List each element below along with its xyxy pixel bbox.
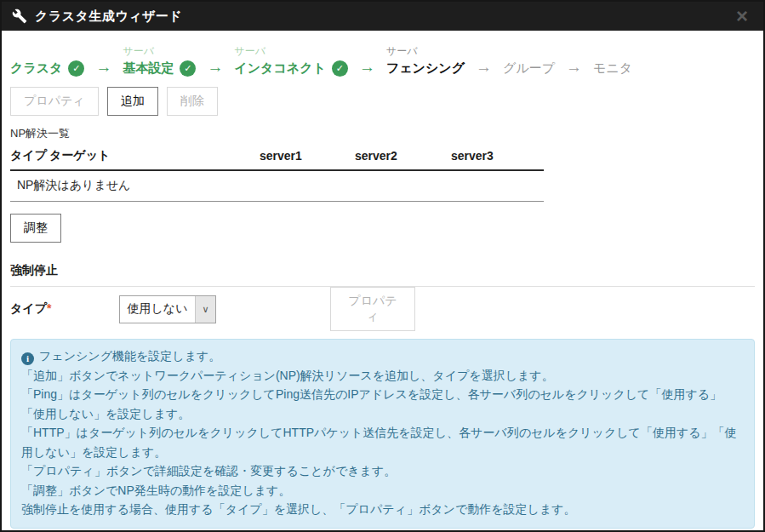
forced-stop-heading: 強制停止 xyxy=(10,263,755,287)
step-sublabel xyxy=(10,44,84,59)
step-basic-settings[interactable]: サーバ 基本設定✓ xyxy=(123,44,196,77)
remove-button[interactable]: 削除 xyxy=(167,87,218,116)
step-label: クラスタ xyxy=(10,60,62,77)
forced-stop-type-select[interactable]: 使用しない ∨ xyxy=(119,295,216,323)
step-fencing: サーバ フェンシング xyxy=(386,44,465,77)
np-table: タイプ ターゲット server1 server2 server3 NP解決はあ… xyxy=(10,144,544,202)
forced-stop-property-button[interactable]: プロパティ xyxy=(330,287,415,331)
step-sublabel xyxy=(593,44,632,59)
arrow-right-icon: → xyxy=(359,58,375,77)
step-monitor: モニタ xyxy=(593,44,632,77)
wrench-icon xyxy=(12,9,27,24)
step-label: グループ xyxy=(503,60,555,77)
arrow-right-icon: → xyxy=(95,58,111,77)
step-sublabel: サーバ xyxy=(123,44,196,59)
column-server2: server2 xyxy=(355,144,451,170)
forced-stop-type-row: タイプ* 使用しない ∨ プロパティ xyxy=(10,292,755,326)
select-value: 使用しない xyxy=(120,296,195,323)
step-label: 基本設定 xyxy=(123,60,174,77)
info-line: 強制停止を使用する場合、使用する「タイプ」を選択し、「プロパティ」ボタンで動作を… xyxy=(21,500,744,519)
step-label: フェンシング xyxy=(386,60,465,77)
check-circle-icon: ✓ xyxy=(68,60,84,77)
chevron-down-icon: ∨ xyxy=(195,296,215,323)
required-mark: * xyxy=(47,301,51,315)
arrow-right-icon: → xyxy=(566,58,582,77)
arrow-right-icon: → xyxy=(476,58,492,77)
property-button[interactable]: プロパティ xyxy=(10,87,99,116)
np-table-empty-row: NP解決はありません xyxy=(10,170,544,202)
cluster-wizard-dialog: クラスタ生成ウィザード × クラスタ✓ → サーバ 基本設定✓ → サーバ イン… xyxy=(0,0,765,532)
step-group: グループ xyxy=(503,44,555,77)
info-line: 「HTTP」はターゲット列のセルをクリックしてHTTPパケット送信先を設定し、各… xyxy=(21,423,744,461)
info-line: 「追加」ボタンでネットワークパーティション(NP)解決リソースを追加し、タイプを… xyxy=(21,366,744,386)
type-label: タイプ* xyxy=(10,301,119,317)
column-server1: server1 xyxy=(260,144,355,170)
titlebar: クラスタ生成ウィザード × xyxy=(2,2,763,31)
step-label: モニタ xyxy=(593,60,632,77)
info-line: 「調整」ボタンでNP発生時の動作を設定します。 xyxy=(21,481,744,501)
close-icon[interactable]: × xyxy=(731,6,753,26)
step-interconnect[interactable]: サーバ インタコネクト✓ xyxy=(234,44,347,77)
check-circle-icon: ✓ xyxy=(332,60,348,77)
step-sublabel: サーバ xyxy=(234,44,347,59)
info-line: 「プロパティ」ボタンで詳細設定を確認・変更することができます。 xyxy=(21,461,744,481)
info-box: iフェンシング機能を設定します。 「追加」ボタンでネットワークパーティション(N… xyxy=(10,339,755,529)
tune-button[interactable]: 調整 xyxy=(10,214,61,243)
np-toolbar: プロパティ 追加 削除 xyxy=(10,87,755,116)
np-table-caption: NP解決一覧 xyxy=(10,126,755,141)
check-circle-icon: ✓ xyxy=(180,60,196,77)
step-nav: クラスタ✓ → サーバ 基本設定✓ → サーバ インタコネクト✓ → サーバ フ… xyxy=(10,44,755,77)
step-sublabel: サーバ xyxy=(386,44,465,59)
np-empty-message: NP解決はありません xyxy=(10,170,544,202)
step-sublabel xyxy=(503,44,555,59)
window-title: クラスタ生成ウィザード xyxy=(35,9,182,25)
np-table-header-row: タイプ ターゲット server1 server2 server3 xyxy=(10,144,544,170)
column-target: ターゲット xyxy=(49,144,260,170)
column-type: タイプ xyxy=(10,144,49,170)
arrow-right-icon: → xyxy=(207,58,223,77)
add-button[interactable]: 追加 xyxy=(107,87,158,116)
info-line: 「Ping」はターゲット列のセルをクリックしてPing送信先のIPアドレスを設定… xyxy=(21,385,744,423)
column-server3: server3 xyxy=(451,144,544,170)
info-icon: i xyxy=(21,352,34,365)
step-cluster[interactable]: クラスタ✓ xyxy=(10,44,84,77)
info-line: iフェンシング機能を設定します。 xyxy=(21,346,744,366)
step-label: インタコネクト xyxy=(234,60,325,77)
